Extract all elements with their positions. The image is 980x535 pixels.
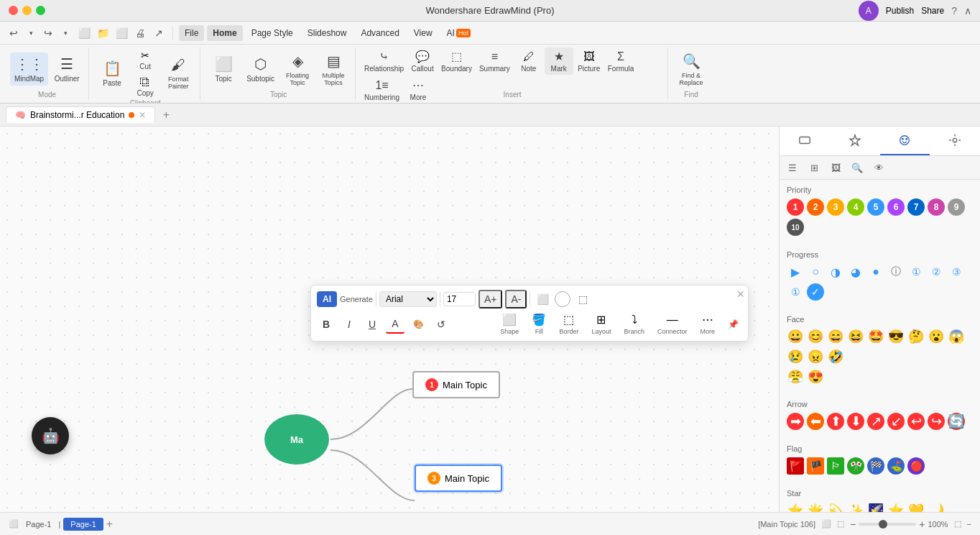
- sticker-face-6[interactable]: 😎: [887, 328, 905, 345]
- find-replace-button[interactable]: 🔍 Find & Replace: [674, 50, 708, 89]
- sticker-priority-2[interactable]: 2: [807, 198, 824, 216]
- underline-button[interactable]: U: [363, 315, 382, 334]
- sticker-progress-7[interactable]: ①: [907, 263, 925, 280]
- menu-home[interactable]: Home: [207, 25, 242, 41]
- sticker-progress-6[interactable]: ⓘ: [887, 263, 905, 280]
- highlight-button[interactable]: 🎨: [409, 315, 427, 334]
- sticker-progress-1[interactable]: ▶: [787, 263, 804, 280]
- zoom-slider[interactable]: [859, 523, 916, 526]
- sticker-flag-7[interactable]: 🔴: [907, 457, 925, 475]
- sticker-star-3[interactable]: 💫: [827, 502, 844, 512]
- sticker-progress-4[interactable]: ◕: [847, 263, 864, 280]
- sticker-arrow-4[interactable]: ⬇: [847, 413, 864, 430]
- floating-topic-button[interactable]: ◈ Floating Topic: [280, 50, 315, 89]
- menu-file[interactable]: File: [179, 25, 204, 41]
- format-painter-button[interactable]: 🖌 Format Painter: [161, 54, 195, 93]
- picture-button[interactable]: 🖼 Picture: [575, 48, 604, 75]
- copy-button[interactable]: ⿻ Copy: [131, 74, 160, 99]
- shape-tool[interactable]: ⬜ Shape: [496, 311, 523, 337]
- sticker-face-7[interactable]: 🤔: [907, 328, 925, 345]
- publish-button[interactable]: Publish: [886, 6, 914, 16]
- sticker-face-1[interactable]: 😀: [787, 328, 804, 345]
- panel-subtab-eye[interactable]: 👁: [869, 159, 889, 176]
- zoom-out-button[interactable]: −: [850, 518, 856, 530]
- panel-tab-ai[interactable]: [830, 127, 880, 155]
- sidebar-toggle[interactable]: ⬜: [9, 519, 19, 529]
- sticker-face-12[interactable]: 🤣: [827, 348, 844, 365]
- border-button[interactable]: ⬚: [573, 290, 592, 308]
- page-1-tab[interactable]: Page-1: [22, 518, 55, 530]
- ai-assistant-button[interactable]: 🤖: [32, 417, 69, 454]
- sticker-star-2[interactable]: 🌟: [807, 502, 824, 512]
- sticker-progress-10[interactable]: ①: [787, 283, 804, 301]
- sticker-face-13[interactable]: 😤: [787, 368, 804, 385]
- sticker-face-9[interactable]: 😱: [948, 328, 965, 345]
- sticker-flag-4[interactable]: 🎌: [847, 457, 864, 475]
- minimize-button[interactable]: [22, 6, 32, 15]
- menu-page-style[interactable]: Page Style: [246, 25, 299, 41]
- sticker-flag-6[interactable]: ⛳: [887, 457, 905, 475]
- save-button[interactable]: ⬜: [76, 25, 92, 41]
- sticker-priority-8[interactable]: 8: [928, 198, 945, 216]
- font-size-up-button[interactable]: A+: [479, 290, 503, 308]
- open-button[interactable]: 📁: [95, 25, 111, 41]
- more-tool[interactable]: ⋯ More: [695, 311, 719, 337]
- branch-tool[interactable]: ⤵ Branch: [619, 312, 649, 337]
- panel-tab-sticker[interactable]: [880, 127, 930, 155]
- floating-toolbar-close[interactable]: ✕: [736, 288, 745, 300]
- sticker-arrow-7[interactable]: ↩: [907, 413, 925, 430]
- relationship-button[interactable]: ⤷ Relationship: [361, 47, 407, 75]
- close-button[interactable]: [9, 6, 18, 15]
- menu-ai[interactable]: AI Hot: [441, 25, 476, 41]
- note-button[interactable]: 🖊 Note: [514, 48, 543, 75]
- sticker-arrow-6[interactable]: ↙: [887, 413, 905, 430]
- sticker-flag-3[interactable]: 🏳: [827, 457, 844, 475]
- font-select[interactable]: Arial: [379, 291, 437, 307]
- mark-button[interactable]: ★ Mark: [545, 47, 573, 75]
- sticker-face-2[interactable]: 😊: [807, 328, 824, 345]
- panel-tab-settings[interactable]: [930, 127, 980, 155]
- sticker-face-8[interactable]: 😮: [928, 328, 945, 345]
- sticker-arrow-8[interactable]: ↪: [928, 413, 945, 430]
- sticker-flag-5[interactable]: 🏁: [867, 457, 884, 475]
- numbering-button[interactable]: 1≡ Numbering: [361, 77, 402, 104]
- collapse-button[interactable]: −: [967, 520, 971, 529]
- sticker-flag-1[interactable]: 🚩: [787, 457, 804, 475]
- sticker-face-14[interactable]: 😍: [807, 368, 824, 385]
- sticker-progress-3[interactable]: ◑: [827, 263, 844, 280]
- italic-button[interactable]: I: [340, 315, 359, 334]
- main-node[interactable]: Ma: [264, 414, 329, 465]
- menu-view[interactable]: View: [408, 25, 438, 41]
- sticker-progress-8[interactable]: ②: [928, 263, 945, 280]
- pin-button[interactable]: 📌: [724, 315, 742, 334]
- current-page-tab[interactable]: Page-1: [63, 518, 103, 531]
- redo-button[interactable]: ↪: [40, 25, 56, 41]
- sticker-priority-4[interactable]: 4: [847, 198, 864, 216]
- sticker-arrow-1[interactable]: ➡: [787, 413, 804, 430]
- bold-button[interactable]: B: [317, 315, 336, 334]
- main-tab[interactable]: 🧠 Brainstormi...r Education ✕: [6, 106, 155, 123]
- expand-button[interactable]: ⬚: [954, 519, 961, 529]
- help-icon[interactable]: ?: [951, 5, 957, 17]
- panel-subtab-image[interactable]: 🖼: [826, 159, 846, 176]
- sticker-progress-11[interactable]: ✓: [807, 283, 824, 301]
- sticker-face-4[interactable]: 😆: [847, 328, 864, 345]
- multiple-topics-button[interactable]: ▤ Multiple Topics: [316, 50, 351, 89]
- print-button[interactable]: 🖨: [132, 25, 148, 41]
- topic-node-1[interactable]: 1 Main Topic: [412, 371, 500, 398]
- sticker-priority-1[interactable]: 1: [787, 198, 804, 216]
- sticker-face-5[interactable]: 🤩: [867, 328, 884, 345]
- mindmap-button[interactable]: ⋮⋮ MindMap: [10, 52, 48, 86]
- sticker-progress-2[interactable]: ○: [807, 263, 824, 280]
- more-button[interactable]: ⋯ More: [404, 76, 433, 104]
- maximize-button[interactable]: [36, 6, 45, 15]
- clear-format-button[interactable]: ↺: [432, 315, 450, 334]
- add-tab-button[interactable]: +: [158, 107, 174, 123]
- sticker-face-3[interactable]: 😄: [827, 328, 844, 345]
- sticker-priority-3[interactable]: 3: [827, 198, 844, 216]
- export-button[interactable]: ↗: [151, 25, 167, 41]
- fit-button[interactable]: ⬜: [821, 519, 831, 529]
- formula-button[interactable]: Σ Formula: [605, 48, 637, 75]
- sticker-star-7[interactable]: 💛: [907, 502, 925, 512]
- fill-button[interactable]: [555, 291, 570, 307]
